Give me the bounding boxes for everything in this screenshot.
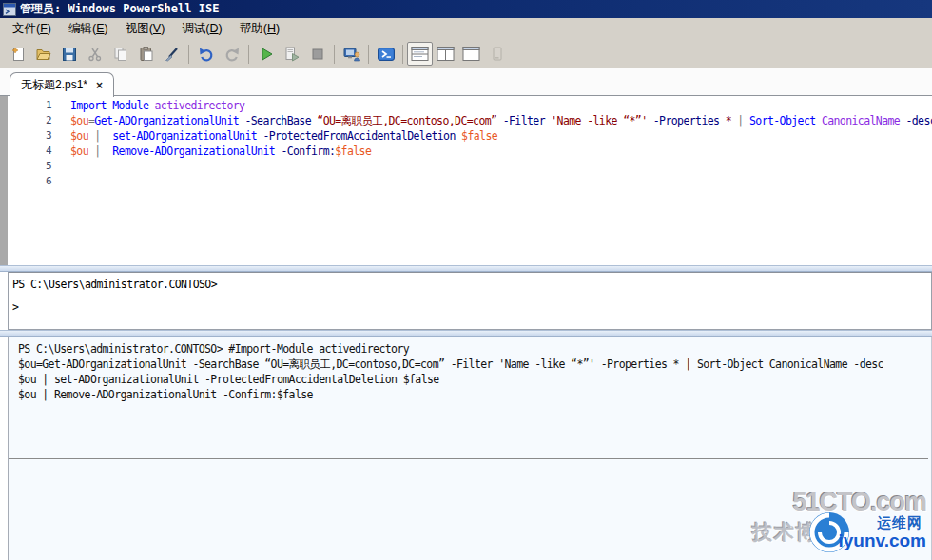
layout-script-top-icon xyxy=(411,46,429,62)
menu-item[interactable]: 编辑(E) xyxy=(60,18,117,40)
command-window-button[interactable] xyxy=(484,42,510,66)
open-script-button[interactable] xyxy=(30,42,56,66)
start-powershell-icon xyxy=(377,46,396,63)
window-title: 管理员: Windows PowerShell ISE xyxy=(20,1,219,17)
output-line: $ou | Remove-ADOrganizationalUnit -Confi… xyxy=(18,387,931,402)
new-script-button[interactable] xyxy=(5,42,30,66)
toolbar-separator xyxy=(188,45,189,64)
redo-button[interactable] xyxy=(219,42,244,66)
line-number: 2 xyxy=(8,113,51,128)
toolbar-separator xyxy=(248,45,249,64)
layout-script-max-icon xyxy=(462,46,480,62)
code-line[interactable]: Import-Module activedirectory xyxy=(70,98,932,113)
toolbar-separator xyxy=(402,45,403,64)
layout-script-max-button[interactable] xyxy=(458,42,484,66)
stop-button[interactable] xyxy=(304,42,330,66)
menu-item[interactable]: 帮助(H) xyxy=(231,18,288,40)
menu-item[interactable]: 调试(D) xyxy=(173,18,230,40)
line-number: 1 xyxy=(8,98,51,113)
line-number: 4 xyxy=(8,144,51,159)
undo-button[interactable] xyxy=(193,42,219,66)
toolbar-separator xyxy=(368,45,369,64)
script-editor-pane[interactable]: 123456 Import-Module activedirectory$ou=… xyxy=(0,96,932,265)
run-selection-icon xyxy=(283,46,301,63)
paste-button[interactable] xyxy=(133,42,159,66)
tab-label: 无标题2.ps1* xyxy=(21,77,87,93)
line-number: 5 xyxy=(8,159,51,174)
menu-item[interactable]: 视图(V) xyxy=(117,18,174,40)
code-line[interactable]: $ou | Remove-ADOrganizationalUnit -Confi… xyxy=(70,144,932,159)
output-line: $ou=Get-ADOrganizationalUnit -SearchBase… xyxy=(18,357,931,372)
layout-script-right-icon xyxy=(437,46,455,62)
run-script-icon xyxy=(258,46,275,63)
tab-untitled2[interactable]: 无标题2.ps1* × xyxy=(10,72,114,97)
save-button[interactable] xyxy=(56,42,82,66)
editor-console-splitter[interactable] xyxy=(0,265,932,272)
code-lines[interactable]: Import-Module activedirectory$ou=Get-ADO… xyxy=(59,96,932,265)
output-pane[interactable]: PS C:\Users\administrator.CONTOSO> #Impo… xyxy=(8,337,932,560)
console-line: PS C:\Users\administrator.CONTOSO> xyxy=(12,277,931,292)
new-remote-powershell-tab-button[interactable] xyxy=(339,42,364,66)
code-line[interactable]: $ou=Get-ADOrganizationalUnit -SearchBase… xyxy=(70,113,932,128)
cut-button[interactable] xyxy=(82,42,107,66)
toolbar-separator xyxy=(334,45,335,64)
clear-output-icon xyxy=(164,46,181,63)
output-divider xyxy=(9,458,928,459)
layout-script-right-button[interactable] xyxy=(433,42,458,66)
tab-close-icon[interactable]: × xyxy=(96,80,103,91)
paste-icon xyxy=(138,46,155,63)
menu-bar: 文件(F)编辑(E)视图(V)调试(D)帮助(H) xyxy=(0,18,932,40)
layout-script-top-button[interactable] xyxy=(407,42,433,66)
app-icon xyxy=(3,3,16,16)
copy-button[interactable] xyxy=(107,42,133,66)
save-icon xyxy=(61,46,78,63)
cut-icon xyxy=(87,46,104,63)
new-script-icon xyxy=(10,46,27,63)
toolbar xyxy=(0,40,932,68)
output-lines: PS C:\Users\administrator.CONTOSO> #Impo… xyxy=(18,341,931,402)
editor-gutter xyxy=(0,96,8,265)
console-line: > xyxy=(12,299,931,315)
line-number: 3 xyxy=(8,128,51,144)
menu-item[interactable]: 文件(F) xyxy=(4,18,60,40)
line-numbers: 123456 xyxy=(8,96,59,265)
start-powershell-button[interactable] xyxy=(373,42,398,66)
redo-icon xyxy=(223,46,241,63)
output-line: PS C:\Users\administrator.CONTOSO> #Impo… xyxy=(18,341,931,357)
copy-icon xyxy=(112,46,129,63)
new-remote-powershell-tab-icon xyxy=(342,46,361,63)
code-line[interactable]: $ou | set-ADOrganizationalUnit -Protecte… xyxy=(70,128,932,144)
run-selection-button[interactable] xyxy=(279,42,304,66)
console-output-splitter[interactable] xyxy=(0,330,932,337)
open-icon xyxy=(35,46,52,63)
line-number: 6 xyxy=(8,174,51,189)
tab-strip: 无标题2.ps1* × xyxy=(0,68,932,96)
clear-output-button[interactable] xyxy=(159,42,184,66)
stop-icon xyxy=(309,46,326,63)
title-bar: 管理员: Windows PowerShell ISE xyxy=(0,0,932,18)
code-line[interactable] xyxy=(70,159,932,174)
output-line: $ou | set-ADOrganizationalUnit -Protecte… xyxy=(18,372,931,387)
code-line[interactable] xyxy=(70,174,932,189)
command-window-icon xyxy=(490,46,505,63)
undo-icon xyxy=(198,46,215,63)
run-script-button[interactable] xyxy=(253,42,279,66)
command-pane[interactable]: PS C:\Users\administrator.CONTOSO>> xyxy=(8,272,932,330)
